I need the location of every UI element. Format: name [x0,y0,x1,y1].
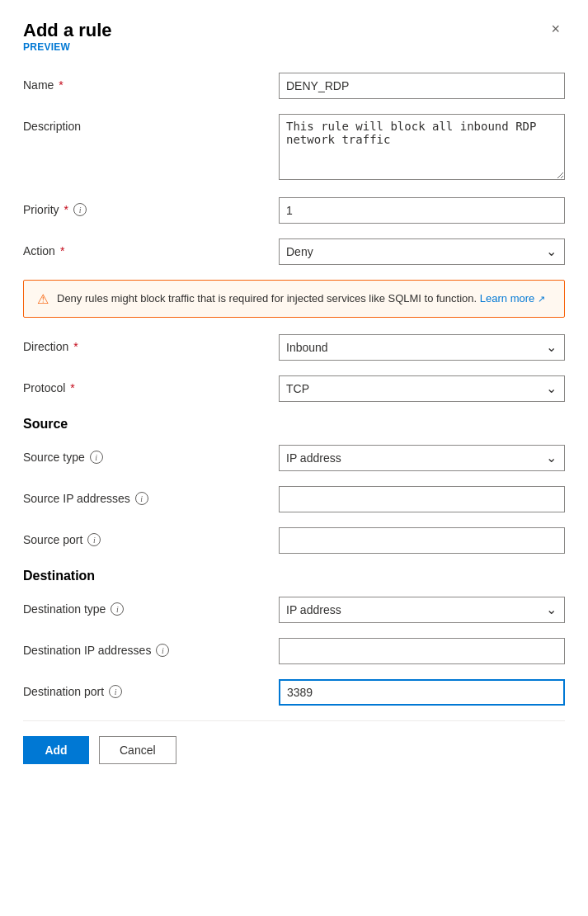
priority-info-icon[interactable]: i [73,203,87,216]
source-ip-info-icon[interactable]: i [135,492,148,505]
destination-port-info-icon[interactable]: i [109,685,122,698]
direction-select-wrapper: Inbound Outbound [279,334,565,361]
destination-type-control: Any IP address Service tag Application s… [279,597,565,623]
source-type-info-icon[interactable]: i [90,451,103,464]
add-rule-dialog: Add a rule PREVIEW × Name * Description … [0,0,588,916]
priority-row: Priority * i [23,197,565,224]
description-input[interactable]: This rule will block all inbound RDP net… [279,114,565,180]
destination-port-input[interactable] [279,679,565,706]
add-button[interactable]: Add [23,736,89,764]
priority-input[interactable] [279,197,565,224]
protocol-control: Any TCP UDP [279,375,565,402]
protocol-label: Protocol * [23,375,279,394]
external-link-icon: ↗ [538,294,545,304]
title-group: Add a rule PREVIEW [23,20,112,69]
dialog-footer: Add Cancel [23,720,565,784]
destination-port-row: Destination port i [23,679,565,706]
destination-port-control [279,679,565,706]
action-required: * [60,244,64,257]
cancel-button[interactable]: Cancel [99,736,176,764]
priority-label: Priority * i [23,197,279,216]
action-label: Action * [23,238,279,257]
source-section-header: Source [23,417,565,432]
source-ip-row: Source IP addresses i [23,486,565,512]
source-port-input[interactable] [279,527,565,554]
action-control: Allow Deny [279,238,565,265]
protocol-select[interactable]: Any TCP UDP [279,375,565,402]
warning-box: ⚠ Deny rules might block traffic that is… [23,280,565,318]
destination-port-label: Destination port i [23,679,279,698]
destination-type-row: Destination type i Any IP address Servic… [23,597,565,623]
name-row: Name * [23,73,565,99]
source-port-control [279,527,565,554]
close-button[interactable]: × [546,20,565,38]
description-row: Description This rule will block all inb… [23,114,565,182]
warning-icon: ⚠ [37,291,49,307]
destination-type-select-wrapper: Any IP address Service tag Application s… [279,597,565,623]
source-type-control: Any IP address Service tag Application s… [279,445,565,471]
protocol-required: * [70,381,74,394]
name-label: Name * [23,73,279,92]
source-ip-input[interactable] [279,486,565,512]
destination-type-select[interactable]: Any IP address Service tag Application s… [279,597,565,623]
priority-required: * [64,203,68,216]
destination-ip-label: Destination IP addresses i [23,638,279,657]
protocol-select-wrapper: Any TCP UDP [279,375,565,402]
source-type-label: Source type i [23,445,279,464]
priority-control [279,197,565,224]
destination-type-info-icon[interactable]: i [111,602,124,616]
dialog-title: Add a rule [23,20,112,41]
name-input[interactable] [279,73,565,99]
source-ip-control [279,486,565,512]
destination-ip-row: Destination IP addresses i [23,638,565,664]
source-type-select-wrapper: Any IP address Service tag Application s… [279,445,565,471]
protocol-row: Protocol * Any TCP UDP [23,375,565,402]
destination-ip-info-icon[interactable]: i [156,644,169,657]
direction-select[interactable]: Inbound Outbound [279,334,565,361]
source-ip-label: Source IP addresses i [23,486,279,505]
warning-text: Deny rules might block traffic that is r… [57,290,545,307]
name-required: * [59,78,63,92]
source-type-select[interactable]: Any IP address Service tag Application s… [279,445,565,471]
source-port-label: Source port i [23,527,279,546]
direction-required: * [73,340,78,353]
direction-row: Direction * Inbound Outbound [23,334,565,361]
destination-section-header: Destination [23,569,565,583]
source-type-row: Source type i Any IP address Service tag… [23,445,565,471]
source-port-row: Source port i [23,527,565,554]
destination-type-label: Destination type i [23,597,279,616]
description-control: This rule will block all inbound RDP net… [279,114,565,182]
direction-control: Inbound Outbound [279,334,565,361]
description-label: Description [23,114,279,133]
action-select-wrapper: Allow Deny [279,238,565,265]
name-control [279,73,565,99]
source-port-info-icon[interactable]: i [87,533,101,546]
action-row: Action * Allow Deny [23,238,565,265]
learn-more-link[interactable]: Learn more ↗ [480,292,545,305]
dialog-header: Add a rule PREVIEW × [23,20,565,69]
action-select[interactable]: Allow Deny [279,238,565,265]
destination-ip-input[interactable] [279,638,565,664]
direction-label: Direction * [23,334,279,353]
destination-ip-control [279,638,565,664]
preview-badge: PREVIEW [23,41,112,53]
